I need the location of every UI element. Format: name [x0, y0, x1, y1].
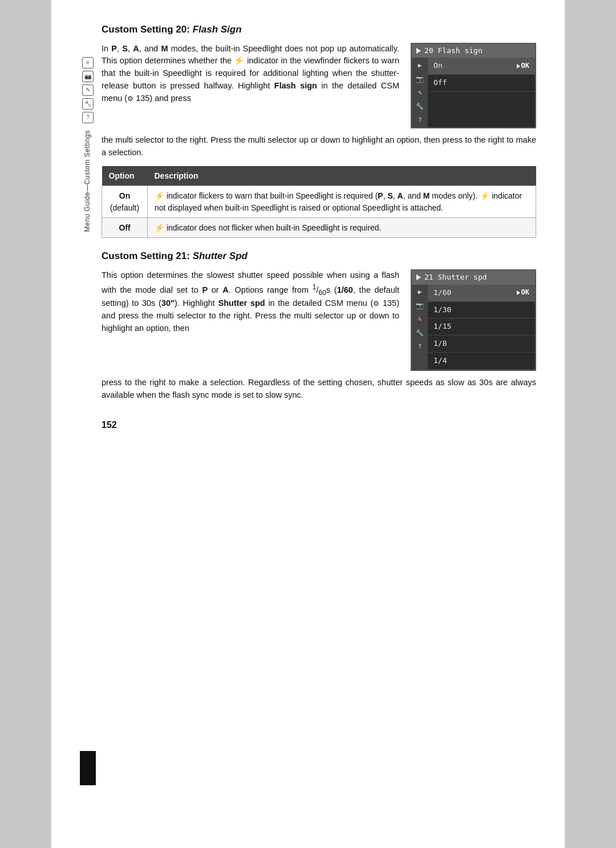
camera-screen-2: 21 Shutter spd ▶ 📷 ✎ 🔧 ? 1/60 [411, 269, 536, 371]
table1-row1-option: On(default) [102, 186, 148, 218]
screen2-option-1: 1/60 OK [428, 285, 535, 302]
screen2-option-2-label: 1/30 [433, 305, 451, 316]
table1-row2-option: Off [102, 217, 148, 237]
cam-icon-2: 📷 [415, 74, 425, 84]
cam-icon-4: 🔧 [415, 101, 425, 111]
table1-col1-header: Option [102, 166, 148, 186]
sidebar: ≡ 📷 ✎ 🔧 ? Menu Guide—Custom Settings [80, 23, 96, 819]
camera-screen-1: 20 Flash sign ▶ 📷 ✎ 🔧 ? On [411, 43, 536, 129]
question-icon: ? [82, 112, 94, 123]
screen2-option-4: 1/8 [428, 336, 535, 353]
section2-text: This option determines the slowest shutt… [102, 269, 399, 335]
screen1-option-off-label: Off [433, 78, 447, 88]
black-block [80, 751, 96, 785]
table-row: Off ⚡ indicator does not flicker when bu… [102, 217, 536, 237]
section1-text: In P, S, A, and M modes, the built-in Sp… [102, 43, 399, 105]
section1-heading: Custom Setting 20: Flash Sign [102, 23, 536, 37]
ok-arrow-2 [517, 290, 520, 295]
screen2-option-5-label: 1/4 [433, 356, 447, 366]
screen1-ok: OK [517, 61, 529, 71]
screen2-side-icons: ▶ 📷 ✎ 🔧 ? [412, 285, 428, 370]
pencil-icon: ✎ [82, 84, 94, 96]
screen2-title: 21 Shutter spd [424, 272, 487, 283]
section1-twocol: In P, S, A, and M modes, the built-in Sp… [102, 43, 536, 129]
screen1-option-on-label: On [433, 60, 443, 71]
sidebar-label: Menu Guide—Custom Settings [83, 130, 92, 232]
options-table-1: Option Description On(default) ⚡ indicat… [102, 166, 536, 238]
page: ≡ 📷 ✎ 🔧 ? Menu Guide—Custom Settings Cus… [51, 0, 565, 848]
screen1-title: 20 Flash sign [424, 46, 483, 56]
section1-full-text: the multi selector to the right. Press t… [102, 134, 536, 159]
play-icon-2 [416, 274, 421, 280]
screen1-options: On OK Off [428, 58, 535, 127]
table-row: On(default) ⚡ indicator flickers to warn… [102, 186, 536, 218]
screen2-option-3-label: 1/15 [433, 321, 451, 332]
screen1-option-off: Off [428, 75, 535, 92]
play-icon [416, 48, 421, 54]
screen2-options: 1/60 OK 1/30 1/15 [428, 285, 535, 370]
section2-heading: Custom Setting 21: Shutter Spd [102, 249, 536, 264]
section-flash-sign: Custom Setting 20: Flash Sign In P, S, A… [102, 23, 536, 238]
cam2-icon-5: ? [415, 342, 425, 352]
sidebar-icons: ≡ 📷 ✎ 🔧 ? [82, 57, 94, 123]
cam-icon-1: ▶ [415, 60, 425, 70]
table1-col2-header: Description [148, 166, 536, 186]
screen2-option-2: 1/30 [428, 302, 535, 319]
screen1-header: 20 Flash sign [412, 44, 535, 58]
cam2-icon-3: ✎ [415, 314, 425, 325]
section-shutter-spd: Custom Setting 21: Shutter Spd This opti… [102, 249, 536, 401]
table1-row2-desc: ⚡ indicator does not flicker when built-… [148, 217, 536, 237]
screen2-option-1-label: 1/60 [433, 288, 451, 298]
screen2-option-3: 1/15 [428, 318, 535, 336]
table1-row1-desc: ⚡ indicator flickers to warn that built-… [148, 186, 536, 218]
cam2-icon-2: 📷 [415, 301, 425, 311]
screen1-body: ▶ 📷 ✎ 🔧 ? On OK [412, 58, 535, 127]
cam2-icon-4: 🔧 [415, 328, 425, 338]
camera-icon: 📷 [82, 71, 94, 82]
main-content: Custom Setting 20: Flash Sign In P, S, A… [102, 23, 536, 819]
screen2-option-4-label: 1/8 [433, 338, 447, 349]
ok-arrow [517, 64, 520, 68]
section2-intro: This option determines the slowest shutt… [102, 269, 399, 335]
cam2-icon-1: ▶ [415, 287, 425, 297]
screen2-body: ▶ 📷 ✎ 🔧 ? 1/60 OK [412, 285, 535, 370]
cam-icon-5: ? [415, 115, 425, 125]
menu-icon: ≡ [82, 57, 94, 68]
section2-full-text: press to the right to make a selection. … [102, 377, 536, 402]
page-number: 152 [102, 418, 536, 431]
section2-twocol: This option determines the slowest shutt… [102, 269, 536, 371]
screen2-option-5: 1/4 [428, 353, 535, 370]
cam-icon-3: ✎ [415, 87, 425, 98]
screen1-option-on: On OK [428, 58, 535, 75]
screen1-side-icons: ▶ 📷 ✎ 🔧 ? [412, 58, 428, 127]
screen2-ok: OK [517, 288, 529, 297]
section1-intro: In P, S, A, and M modes, the built-in Sp… [102, 43, 399, 105]
screen2-header: 21 Shutter spd [412, 270, 535, 285]
wrench-icon: 🔧 [82, 98, 94, 110]
